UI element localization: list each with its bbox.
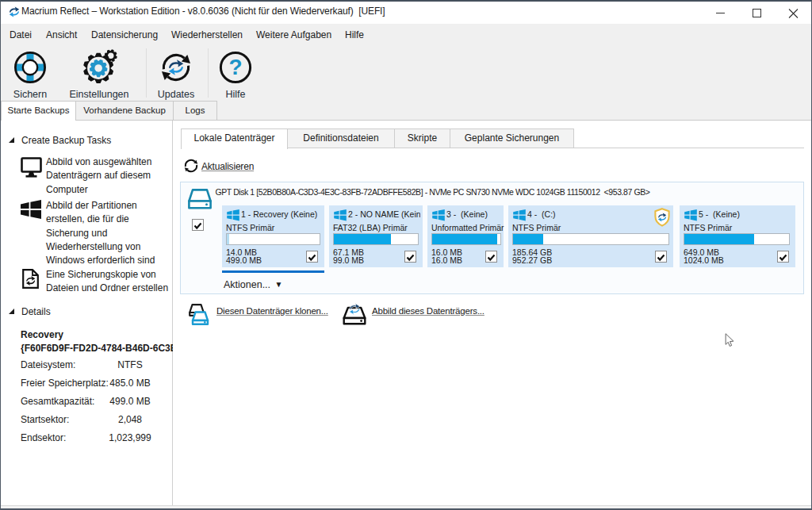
svg-text:?: ? xyxy=(228,55,242,79)
